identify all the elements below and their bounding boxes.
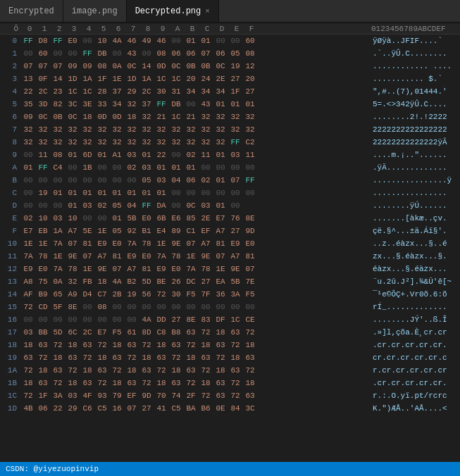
hex-byte[interactable]: 1E — [21, 237, 35, 250]
hex-byte[interactable]: 0D — [154, 60, 168, 73]
hex-byte[interactable]: 07 — [243, 263, 257, 275]
hex-byte[interactable]: 12 — [243, 60, 257, 73]
hex-byte[interactable]: 1F — [36, 389, 50, 402]
hex-byte[interactable]: 32 — [21, 123, 35, 136]
hex-byte[interactable]: 21 — [184, 111, 198, 123]
hex-byte[interactable]: 46 — [125, 35, 139, 47]
hex-byte[interactable]: 2B — [110, 288, 124, 301]
hex-byte[interactable]: 00 — [21, 313, 35, 326]
hex-byte[interactable]: 37 — [139, 98, 154, 111]
hex-byte[interactable]: 00 — [228, 161, 242, 174]
hex-byte[interactable]: A7 — [125, 263, 139, 275]
hex-byte[interactable]: 01 — [213, 149, 228, 161]
hex-byte[interactable]: 00 — [80, 212, 94, 225]
hex-byte[interactable]: 7F — [199, 288, 213, 301]
hex-byte[interactable]: 00 — [36, 174, 50, 187]
hex-byte[interactable]: 01 — [213, 174, 228, 187]
hex-byte[interactable]: 1F — [95, 73, 109, 85]
hex-byte[interactable]: 74 — [169, 389, 183, 402]
hex-byte[interactable]: 63 — [154, 351, 168, 364]
hex-byte[interactable]: 81 — [213, 237, 228, 250]
hex-byte[interactable]: 07 — [228, 174, 242, 187]
hex-byte[interactable]: 27 — [169, 313, 183, 326]
hex-byte[interactable]: 00 — [125, 174, 139, 187]
hex-byte[interactable]: E9 — [228, 237, 242, 250]
hex-byte[interactable]: 18 — [66, 377, 80, 389]
tab-encrypted[interactable]: Encrypted — [0, 0, 63, 22]
hex-byte[interactable]: 07 — [66, 237, 80, 250]
hex-byte[interactable]: C7 — [95, 288, 109, 301]
hex-byte[interactable]: 32 — [125, 136, 139, 149]
hex-byte[interactable]: 00 — [125, 313, 139, 326]
hex-byte[interactable]: 11 — [243, 149, 257, 161]
hex-byte[interactable]: 08 — [95, 301, 109, 313]
hex-byte[interactable]: 7A — [51, 237, 65, 250]
hex-byte[interactable]: A7 — [228, 250, 242, 263]
hex-byte[interactable]: B2 — [125, 275, 139, 288]
hex-byte[interactable]: 78 — [66, 263, 80, 275]
hex-byte[interactable]: 60 — [243, 35, 257, 47]
hex-byte[interactable]: 2C — [139, 85, 154, 98]
hex-byte[interactable]: 20 — [184, 73, 198, 85]
hex-byte[interactable]: 00 — [66, 47, 80, 60]
hex-byte[interactable]: 01 — [169, 161, 183, 174]
hex-byte[interactable]: 21 — [154, 111, 168, 123]
hex-byte[interactable]: 34 — [213, 85, 228, 98]
hex-byte[interactable]: 05 — [110, 199, 124, 212]
hex-byte[interactable]: 56 — [139, 288, 154, 301]
hex-byte[interactable]: 36 — [213, 288, 228, 301]
hex-byte[interactable]: 19 — [228, 60, 242, 73]
hex-byte[interactable]: 18 — [36, 364, 50, 377]
hex-byte[interactable]: 76 — [228, 212, 242, 225]
hex-byte[interactable]: 6C — [66, 326, 80, 339]
hex-byte[interactable]: FB — [80, 275, 94, 288]
hex-byte[interactable]: 00 — [110, 161, 124, 174]
hex-byte[interactable]: 0A — [51, 275, 65, 288]
hex-byte[interactable]: 00 — [51, 199, 65, 212]
hex-byte[interactable]: 3E — [80, 98, 94, 111]
hex-byte[interactable]: 63 — [199, 351, 213, 364]
hex-byte[interactable]: E0 — [243, 237, 257, 250]
hex-byte[interactable]: E9 — [125, 250, 139, 263]
hex-byte[interactable]: 63 — [228, 326, 242, 339]
hex-byte[interactable]: EF — [199, 225, 213, 237]
hex-byte[interactable]: 72 — [51, 339, 65, 351]
hex-byte[interactable]: D4 — [80, 288, 94, 301]
hex-byte[interactable]: 18 — [66, 339, 80, 351]
hex-byte[interactable]: 5B — [228, 275, 242, 288]
hex-byte[interactable]: 63 — [21, 351, 35, 364]
hex-byte[interactable]: 00 — [95, 161, 109, 174]
hex-byte[interactable]: 1E — [184, 250, 198, 263]
hex-byte[interactable]: DB — [95, 47, 109, 60]
hex-byte[interactable]: C8 — [154, 326, 168, 339]
hex-byte[interactable]: 16 — [110, 402, 124, 415]
hex-byte[interactable]: 10 — [66, 212, 80, 225]
hex-byte[interactable]: 02 — [125, 161, 139, 174]
close-icon[interactable]: × — [205, 7, 210, 15]
hex-byte[interactable]: C6 — [80, 402, 94, 415]
hex-byte[interactable]: 8D — [139, 326, 154, 339]
hex-byte[interactable]: 72 — [139, 377, 154, 389]
hex-byte[interactable]: 07 — [199, 47, 213, 60]
hex-byte[interactable]: 14 — [51, 73, 65, 85]
hex-byte[interactable]: 18 — [243, 339, 257, 351]
hex-byte[interactable]: 7A — [21, 250, 35, 263]
hex-byte[interactable]: 63 — [169, 339, 183, 351]
hex-byte[interactable]: EF — [125, 389, 139, 402]
hex-byte[interactable]: 22 — [154, 149, 168, 161]
hex-byte[interactable]: 34 — [184, 85, 198, 98]
hex-byte[interactable]: 32 — [243, 111, 257, 123]
hex-byte[interactable]: 18 — [243, 377, 257, 389]
hex-byte[interactable]: 00 — [51, 313, 65, 326]
hex-byte[interactable]: 75 — [36, 275, 50, 288]
hex-byte[interactable]: 03 — [139, 161, 154, 174]
hex-byte[interactable]: 32 — [80, 136, 94, 149]
hex-byte[interactable]: 4A — [139, 313, 154, 326]
hex-byte[interactable]: 32 — [169, 123, 183, 136]
hex-byte[interactable]: 07 — [184, 237, 198, 250]
hex-byte[interactable]: 18 — [184, 351, 198, 364]
hex-byte[interactable]: 32 — [199, 136, 213, 149]
hex-byte[interactable]: E0 — [36, 263, 50, 275]
hex-byte[interactable]: 72 — [154, 288, 168, 301]
hex-byte[interactable]: 03 — [154, 174, 168, 187]
